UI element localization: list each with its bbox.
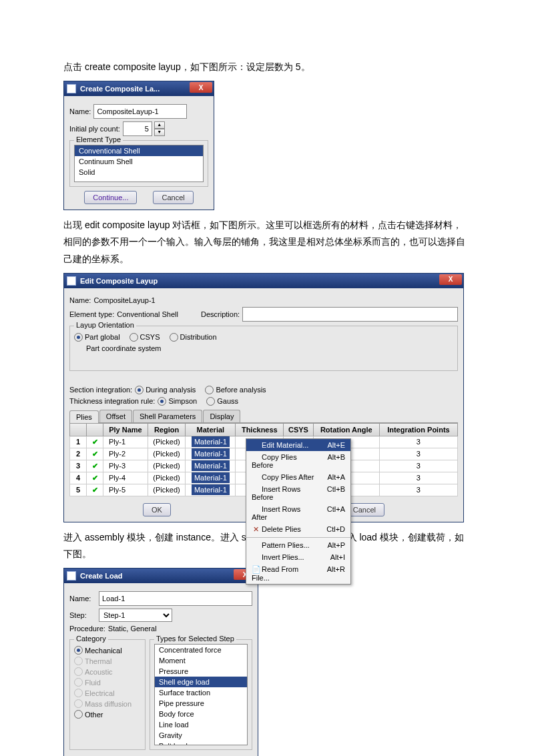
type-option[interactable]: Line load: [155, 719, 247, 730]
name-value: CompositeLayup-1: [93, 296, 155, 304]
col-region: Region: [148, 423, 185, 436]
col-index: [70, 423, 87, 436]
col-rotation: Rotation Angle: [313, 423, 379, 436]
menu-item[interactable]: 📄 Read From File...Alt+R: [246, 563, 350, 584]
menu-item[interactable]: Copy Plies BeforeAlt+B: [246, 451, 350, 471]
procedure-value: Static, General: [108, 625, 157, 633]
radio-thermal: Thermal: [74, 657, 141, 665]
option-continuum-shell[interactable]: Continuum Shell: [75, 156, 203, 167]
option-conventional-shell[interactable]: Conventional Shell: [75, 145, 203, 156]
radio-fluid: Fluid: [74, 678, 141, 687]
dialog-title: Edit Composite Layup: [80, 277, 461, 285]
type-option[interactable]: Moment: [155, 655, 247, 666]
step-label: Step:: [69, 611, 96, 619]
layup-orientation-group: Layup Orientation Part global CSYS Distr…: [69, 326, 458, 371]
dialog-create-load: Create Load X Name: Step: Step-1 Procedu…: [63, 568, 258, 756]
menu-item[interactable]: ✕ Delete PliesCtl+D: [246, 523, 350, 536]
dialog-title: Create Load: [80, 572, 255, 580]
types-list[interactable]: Concentrated forceMomentPressureShell ed…: [154, 644, 248, 745]
name-label: Name:: [69, 296, 91, 304]
type-option[interactable]: Pressure: [155, 666, 247, 677]
menu-item[interactable]: Copy Plies AfterAlt+A: [246, 471, 350, 483]
radio-mass-diffusion: Mass diffusion: [74, 699, 141, 708]
tab-offset[interactable]: Offset: [99, 410, 132, 422]
col-ply-name: Ply Name: [103, 423, 148, 436]
type-option[interactable]: Bolt load: [155, 741, 247, 745]
tab-strip: Plies Offset Shell Parameters Display: [69, 410, 458, 423]
type-option[interactable]: Concentrated force: [155, 645, 247, 655]
radio-electrical: Electrical: [74, 689, 141, 697]
menu-item[interactable]: Invert Plies...Alt+I: [246, 551, 350, 563]
menu-item[interactable]: Insert Rows AfterCtl+A: [246, 503, 350, 523]
radio-simpson[interactable]: Simpson: [158, 397, 197, 406]
dialog-edit-composite-layup: Edit Composite Layup X Name: CompositeLa…: [63, 273, 464, 522]
col-material: Material: [186, 423, 236, 436]
description-input[interactable]: [242, 307, 458, 322]
tab-plies[interactable]: Plies: [69, 410, 99, 423]
name-label: Name:: [69, 595, 96, 603]
col-int-points: Integration Points: [379, 423, 457, 436]
continue-button[interactable]: Continue...: [84, 191, 137, 204]
group-title: Layup Orientation: [74, 321, 136, 329]
group-title: Category: [74, 635, 108, 643]
menu-item[interactable]: Edit Material...Alt+E: [246, 439, 350, 451]
ply-count-input[interactable]: [123, 121, 152, 136]
element-type-group: Element Type Conventional Shell Continuu…: [69, 140, 208, 187]
paragraph-1: 点击 create composite layup，如下图所示：设定层数为 5。: [63, 59, 471, 75]
orientation-subtext: Part coordinate system: [86, 344, 453, 352]
menu-item[interactable]: Insert Rows BeforeCtl+B: [246, 483, 350, 503]
radio-distribution[interactable]: Distribution: [170, 333, 217, 342]
group-title: Types for Selected Step: [154, 635, 236, 643]
ply-count-label: Initial ply count:: [69, 125, 120, 133]
step-select[interactable]: Step-1: [99, 609, 172, 622]
procedure-label: Procedure:: [69, 625, 105, 633]
cancel-button[interactable]: Cancel: [153, 191, 193, 204]
element-type-label: Element type:: [69, 310, 114, 318]
radio-acoustic: Acoustic: [74, 667, 141, 676]
paragraph-2: 出现 edit composite layup 对话框，如下图所示。这里可以框选…: [63, 217, 471, 268]
window-icon: [67, 84, 76, 93]
group-title: Element Type: [74, 135, 123, 143]
context-menu[interactable]: Edit Material...Alt+E Copy Plies BeforeA…: [246, 438, 351, 585]
section-integration-label: Section integration:: [69, 386, 132, 394]
title-bar[interactable]: Create Composite La... X: [64, 81, 214, 96]
radio-during-analysis[interactable]: During analysis: [135, 386, 196, 394]
dialog-create-composite-layup: Create Composite La... X Name: Initial p…: [63, 81, 214, 210]
type-option[interactable]: Pipe pressure: [155, 698, 247, 709]
types-group: Types for Selected Step Concentrated for…: [150, 639, 252, 750]
name-input[interactable]: [93, 104, 187, 119]
thickness-rule-label: Thickness integration rule:: [69, 397, 155, 405]
name-input[interactable]: [99, 591, 252, 606]
description-label: Description:: [201, 310, 240, 318]
close-icon[interactable]: X: [190, 82, 212, 93]
type-option[interactable]: Shell edge load: [155, 677, 247, 687]
window-icon: [67, 276, 76, 286]
element-type-value: Conventional Shell: [117, 310, 178, 318]
radio-mechanical[interactable]: Mechanical: [74, 646, 141, 655]
col-csys: CSYS: [284, 423, 314, 436]
option-solid[interactable]: Solid: [75, 167, 203, 177]
type-option[interactable]: Surface traction: [155, 687, 247, 698]
tab-shell-parameters[interactable]: Shell Parameters: [133, 410, 202, 422]
name-label: Name:: [69, 107, 91, 115]
type-option[interactable]: Body force: [155, 709, 247, 719]
spin-down-icon[interactable]: ▼: [154, 129, 165, 136]
window-icon: [67, 571, 76, 581]
ok-button[interactable]: OK: [143, 503, 171, 516]
radio-gauss[interactable]: Gauss: [206, 397, 238, 406]
category-group: Category MechanicalThermalAcousticFluidE…: [69, 639, 146, 750]
spin-up-icon[interactable]: ▲: [154, 121, 165, 129]
title-bar[interactable]: Create Load X: [64, 569, 258, 583]
menu-item[interactable]: Pattern Plies...Alt+P: [246, 539, 350, 551]
element-type-list[interactable]: Conventional Shell Continuum Shell Solid: [74, 145, 204, 182]
radio-before-analysis[interactable]: Before analysis: [205, 386, 266, 394]
type-option[interactable]: Gravity: [155, 730, 247, 741]
col-thickness: Thickness: [236, 423, 284, 436]
tab-display[interactable]: Display: [203, 410, 240, 422]
radio-csys[interactable]: CSYS: [129, 333, 160, 342]
col-check: [87, 423, 103, 436]
title-bar[interactable]: Edit Composite Layup X: [64, 274, 463, 288]
radio-part-global[interactable]: Part global: [74, 333, 120, 342]
radio-other[interactable]: Other: [74, 710, 141, 719]
close-icon[interactable]: X: [439, 274, 462, 285]
